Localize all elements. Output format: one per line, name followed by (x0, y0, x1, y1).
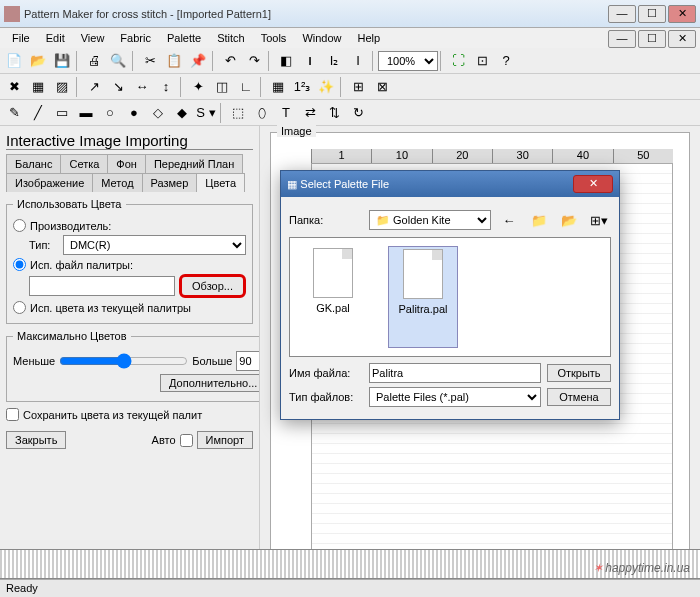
file-icon (403, 249, 443, 299)
tab-balance[interactable]: Баланс (6, 154, 61, 173)
print-icon[interactable]: 🖨 (83, 50, 105, 72)
folder-select[interactable]: 📁 Golden Kite (369, 210, 491, 230)
tool-icon[interactable]: ↗ (83, 76, 105, 98)
radio-palette-file[interactable] (13, 258, 26, 271)
newfolder-icon[interactable]: 📂 (558, 209, 580, 231)
radio-manufacturer[interactable] (13, 219, 26, 232)
type-select[interactable]: DMC(R) (63, 235, 246, 255)
mdi-close-button[interactable]: ✕ (668, 30, 696, 48)
dialog-close-button[interactable]: ✕ (573, 175, 613, 193)
zoom-combo[interactable]: 100% (378, 51, 438, 71)
wand-icon[interactable]: ✦ (187, 76, 209, 98)
draw-icon[interactable]: ✎ (3, 102, 25, 124)
pointer-icon[interactable]: ✖ (3, 76, 25, 98)
close-panel-button[interactable]: Закрыть (6, 431, 66, 449)
tool-icon[interactable]: ◫ (211, 76, 233, 98)
save-colors-checkbox[interactable] (6, 408, 19, 421)
undo-icon[interactable]: ↶ (219, 50, 241, 72)
color-icon[interactable]: ◧ (275, 50, 297, 72)
max-colors-slider[interactable] (59, 353, 188, 369)
file-list[interactable]: GK.pal Palitra.pal (289, 237, 611, 357)
rotate-icon[interactable]: ↻ (347, 102, 369, 124)
line-icon[interactable]: ╱ (27, 102, 49, 124)
tool-icon[interactable]: ↕ (155, 76, 177, 98)
close-button[interactable]: ✕ (668, 5, 696, 23)
tool-icon[interactable]: ↔ (131, 76, 153, 98)
fit-icon[interactable]: ⛶ (447, 50, 469, 72)
select-rect-icon[interactable]: ⬚ (227, 102, 249, 124)
text-icon[interactable]: I (347, 50, 369, 72)
filename-input[interactable] (369, 363, 541, 383)
file-icon (313, 248, 353, 298)
menu-view[interactable]: View (73, 30, 113, 46)
new-icon[interactable]: 📄 (3, 50, 25, 72)
tab-size[interactable]: Размер (142, 173, 198, 192)
import-button[interactable]: Импорт (197, 431, 253, 449)
browse-button[interactable]: Обзор... (179, 274, 246, 298)
panel-heading: Interactive Image Importing (6, 132, 253, 150)
tool-icon[interactable]: ∟ (235, 76, 257, 98)
max-colors-input[interactable] (236, 351, 260, 371)
select-free-icon[interactable]: ⬯ (251, 102, 273, 124)
tab-method[interactable]: Метод (92, 173, 142, 192)
center-icon[interactable]: ⊡ (471, 50, 493, 72)
mdi-restore-button[interactable]: ☐ (638, 30, 666, 48)
back-icon[interactable]: ← (498, 209, 520, 231)
open-button[interactable]: Открыть (547, 364, 611, 382)
preview-icon[interactable]: 🔍 (107, 50, 129, 72)
palette-icon[interactable]: ▦ (267, 76, 289, 98)
tab-colors[interactable]: Цвета (196, 173, 245, 192)
auto-checkbox[interactable] (180, 434, 193, 447)
bold-icon[interactable]: I (299, 50, 321, 72)
copy-icon[interactable]: 📋 (163, 50, 185, 72)
nogrid-icon[interactable]: ⊠ (371, 76, 393, 98)
maximize-button[interactable]: ☐ (638, 5, 666, 23)
view-icon[interactable]: ⊞▾ (588, 209, 610, 231)
tool-icon[interactable]: ↘ (107, 76, 129, 98)
tab-bg[interactable]: Фон (107, 154, 146, 173)
palette-path-input[interactable] (29, 276, 175, 296)
mdi-minimize-button[interactable]: — (608, 30, 636, 48)
flip-h-icon[interactable]: ⇄ (299, 102, 321, 124)
number-icon[interactable]: 1²₃ (291, 76, 313, 98)
menu-palette[interactable]: Palette (159, 30, 209, 46)
ellipse-icon[interactable]: ○ (99, 102, 121, 124)
tool-icon[interactable]: ▦ (27, 76, 49, 98)
rect-icon[interactable]: ▭ (51, 102, 73, 124)
file-item[interactable]: GK.pal (298, 246, 368, 348)
rect-fill-icon[interactable]: ▬ (75, 102, 97, 124)
open-icon[interactable]: 📂 (27, 50, 49, 72)
flip-v-icon[interactable]: ⇅ (323, 102, 345, 124)
tool-icon[interactable]: ▨ (51, 76, 73, 98)
menu-tools[interactable]: Tools (253, 30, 295, 46)
menu-file[interactable]: File (4, 30, 38, 46)
cancel-button[interactable]: Отмена (547, 388, 611, 406)
curve-icon[interactable]: S ▾ (195, 102, 217, 124)
menu-help[interactable]: Help (350, 30, 389, 46)
up-icon[interactable]: 📁 (528, 209, 550, 231)
filetype-select[interactable]: Palette Files (*.pal) (369, 387, 541, 407)
help-icon[interactable]: ? (495, 50, 517, 72)
tab-fg[interactable]: Передний План (145, 154, 243, 173)
fill-icon[interactable]: ◆ (171, 102, 193, 124)
tab-grid[interactable]: Сетка (60, 154, 108, 173)
menu-edit[interactable]: Edit (38, 30, 73, 46)
menu-window[interactable]: Window (294, 30, 349, 46)
paste-icon[interactable]: 📌 (187, 50, 209, 72)
radio-current-palette[interactable] (13, 301, 26, 314)
ellipse-fill-icon[interactable]: ● (123, 102, 145, 124)
advanced-button[interactable]: Дополнительно... (160, 374, 260, 392)
poly-icon[interactable]: ◇ (147, 102, 169, 124)
file-item[interactable]: Palitra.pal (388, 246, 458, 348)
redo-icon[interactable]: ↷ (243, 50, 265, 72)
sparkle-icon[interactable]: ✨ (315, 76, 337, 98)
subscript-icon[interactable]: I₂ (323, 50, 345, 72)
menu-fabric[interactable]: Fabric (112, 30, 159, 46)
minimize-button[interactable]: — (608, 5, 636, 23)
tab-image[interactable]: Изображение (6, 173, 93, 192)
text-tool-icon[interactable]: T (275, 102, 297, 124)
grid-icon[interactable]: ⊞ (347, 76, 369, 98)
menu-stitch[interactable]: Stitch (209, 30, 253, 46)
cut-icon[interactable]: ✂ (139, 50, 161, 72)
save-icon[interactable]: 💾 (51, 50, 73, 72)
